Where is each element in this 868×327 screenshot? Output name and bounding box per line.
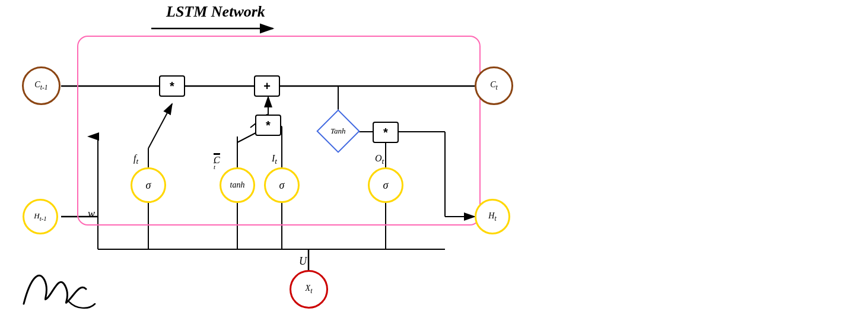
ct-minus1-circle: Ct-1	[22, 66, 61, 105]
ct-bar-label: Ct	[214, 153, 220, 173]
signature	[12, 250, 107, 318]
ft-label: ft	[133, 153, 138, 166]
ht-circle: Ht	[475, 199, 510, 234]
w-label: w	[88, 208, 95, 220]
tanh-circle: tanh	[220, 167, 255, 203]
multiply-box-right: *	[373, 122, 399, 143]
diagram-title: LSTM Network	[166, 3, 265, 21]
plus-box: +	[254, 75, 280, 97]
ht-minus1-circle: Ht-1	[23, 199, 58, 234]
ct-circle: Ct	[475, 66, 513, 105]
diagram-area: LSTM Network Ct-1 Ct Ht-1 Ht Xt σ tanh σ…	[0, 0, 516, 327]
xt-circle: Xt	[290, 270, 328, 309]
multiply-box-left: *	[159, 75, 185, 97]
ot-label: Ot	[375, 153, 384, 166]
sigma1-circle: σ	[131, 167, 166, 203]
u-label: U	[299, 255, 307, 268]
sigma3-circle: σ	[368, 167, 403, 203]
multiply-box-center: *	[255, 115, 281, 136]
it-label: It	[272, 153, 277, 166]
sigma2-circle: σ	[264, 167, 300, 203]
